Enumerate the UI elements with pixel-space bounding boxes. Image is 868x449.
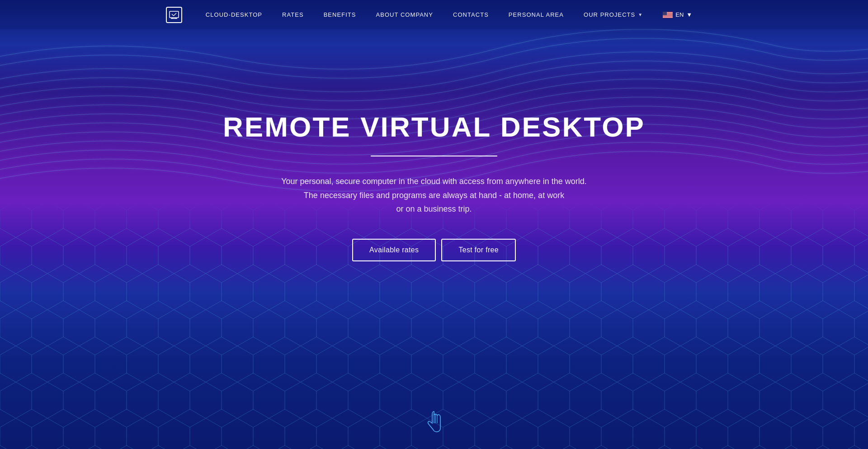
available-rates-button[interactable]: Available rates xyxy=(352,239,436,261)
svg-line-9 xyxy=(174,13,176,16)
lang-arrow: ▼ xyxy=(686,11,692,18)
svg-rect-22 xyxy=(663,17,673,17)
svg-rect-24 xyxy=(663,12,667,15)
nav-logo[interactable] xyxy=(166,7,182,23)
our-projects-arrow: ▼ xyxy=(638,12,643,17)
svg-rect-4 xyxy=(170,11,179,18)
hero-content: REMOTE VIRTUAL DESKTOP Your personal, se… xyxy=(223,111,645,261)
svg-rect-21 xyxy=(663,16,673,17)
hero-buttons: Available rates Test for free xyxy=(352,239,516,261)
hero-divider xyxy=(371,156,497,156)
nav-cloud-desktop[interactable]: CLOUD-DESKTOP xyxy=(196,0,272,29)
nav-about-company[interactable]: ABOUT COMPANY xyxy=(366,0,443,29)
lang-label: EN xyxy=(675,11,684,18)
nav-our-projects[interactable]: OUR PROJECTS ▼ xyxy=(574,0,653,29)
flag-icon xyxy=(663,12,673,18)
hero-title: REMOTE VIRTUAL DESKTOP xyxy=(223,111,645,143)
navbar: CLOUD-DESKTOP RATES BENEFITS ABOUT COMPA… xyxy=(0,0,868,29)
nav-personal-area[interactable]: PERSONAL AREA xyxy=(499,0,574,29)
svg-rect-23 xyxy=(663,17,673,18)
svg-line-8 xyxy=(172,14,174,16)
svg-rect-19 xyxy=(663,15,673,16)
svg-rect-18 xyxy=(663,15,673,15)
scroll-indicator xyxy=(425,411,443,435)
logo-icon xyxy=(166,7,182,23)
nav-rates[interactable]: RATES xyxy=(272,0,314,29)
nav-language[interactable]: EN ▼ xyxy=(653,11,702,18)
test-free-button[interactable]: Test for free xyxy=(441,239,516,261)
nav-contacts[interactable]: CONTACTS xyxy=(443,0,499,29)
svg-rect-20 xyxy=(663,16,673,16)
nav-benefits[interactable]: BENEFITS xyxy=(314,0,366,29)
hero-subtitle: Your personal, secure computer in the cl… xyxy=(281,175,587,216)
